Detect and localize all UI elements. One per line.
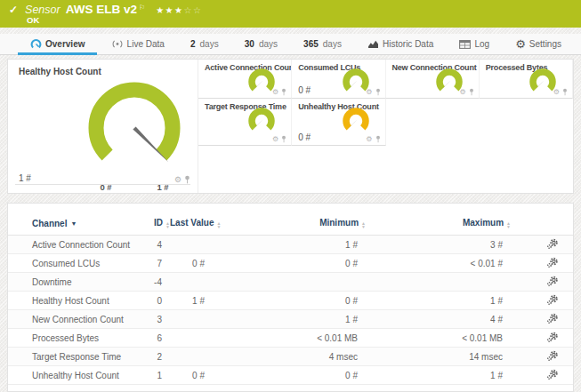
gear-icon[interactable]: ⚙ [174, 176, 182, 184]
tab-2-days[interactable]: 2 days [190, 34, 219, 54]
gear-icon[interactable]: ⚙ [272, 136, 278, 143]
id-cell: 6 [141, 329, 170, 348]
channel-settings-icon[interactable] [547, 294, 559, 307]
maximum-cell: 3 # [366, 236, 511, 254]
id-cell: 7 [141, 254, 170, 273]
gear-icon[interactable]: ⚙ [460, 89, 466, 96]
gear-icon[interactable]: ⚙ [553, 89, 560, 96]
channel-settings-icon[interactable] [547, 313, 559, 325]
channel-settings-icon[interactable] [547, 276, 559, 288]
gauge-arc [252, 111, 271, 128]
id-cell: 3 [141, 310, 170, 329]
channel-table-panel: Channel▼ ID▲▼ Last Value▲▼ Minimum▲▼ Max… [7, 203, 574, 392]
flag-icon[interactable]: ⚐ [139, 4, 145, 12]
channel-settings-icon[interactable] [547, 350, 559, 363]
id-cell: 4 [141, 236, 170, 254]
id-cell: 2 [141, 348, 170, 366]
gauge-dial[interactable] [81, 75, 188, 181]
tab-live-data[interactable]: Live Data [111, 34, 165, 54]
id-cell: 1 [141, 366, 170, 385]
gauge-card-consumed-lcus: Consumed LCUs 0 # ⚙ [292, 60, 385, 99]
card-actions: ⚙ [366, 135, 380, 143]
card-actions: ⚙ [174, 175, 190, 184]
channel-name-cell: New Connection Count [8, 310, 141, 329]
status-check-icon: ✓ [9, 4, 18, 16]
stars-filled-icon: ★★★ [156, 5, 183, 15]
maximum-cell: 1 # [366, 366, 511, 385]
gear-icon: ⚙ [515, 38, 526, 50]
pin-icon[interactable] [184, 175, 190, 184]
col-header-channel[interactable]: Channel▼ [8, 204, 141, 236]
col-header-id[interactable]: ID▲▼ [141, 204, 170, 236]
col-header-actions [511, 204, 573, 236]
card-actions: ⚙ [272, 135, 286, 143]
gauge-card-healthy-host-count: Healthy Host Count 0 # 1 # 1 # ⚙ [8, 60, 198, 193]
col-header-label: Maximum [463, 218, 504, 228]
channel-name-cell: Target Response Time [8, 348, 141, 366]
table-row: Consumed LCUs 7 0 # 0 # < 0.01 # [8, 254, 573, 273]
pin-icon[interactable] [375, 135, 381, 143]
channel-settings-icon[interactable] [547, 238, 559, 251]
gauge-arc [440, 72, 459, 89]
gauge-dial[interactable] [341, 106, 371, 136]
col-header-last-value[interactable]: Last Value▲▼ [170, 204, 213, 236]
gauges-panel: Healthy Host Count 0 # 1 # 1 # ⚙ Active … [7, 59, 574, 194]
tab-settings[interactable]: ⚙ Settings [515, 34, 561, 54]
minimum-cell: < 0.01 MB [213, 329, 366, 348]
id-cell: 0 [141, 292, 170, 310]
col-header-maximum[interactable]: Maximum▲▼ [366, 204, 511, 236]
gear-icon[interactable]: ⚙ [366, 136, 372, 143]
channel-settings-icon[interactable] [547, 369, 559, 381]
tab-label: Historic Data [383, 39, 433, 49]
priority-stars[interactable]: ★★★☆☆ [156, 5, 202, 15]
gear-icon[interactable]: ⚙ [272, 89, 278, 96]
tab-number: 30 [245, 39, 254, 49]
gauge-icon [30, 38, 42, 50]
sort-icon: ▲▼ [506, 221, 511, 228]
gear-icon[interactable]: ⚙ [366, 89, 372, 96]
sort-icon: ▲▼ [216, 221, 221, 228]
sensor-name: AWS ELB v2 [66, 3, 137, 16]
tab-overview[interactable]: Overview [30, 34, 85, 54]
gauge-current-value: 1 # [19, 173, 31, 183]
channel-settings-icon[interactable] [547, 332, 559, 344]
card-divider [15, 184, 190, 185]
minimum-cell: 0 # [213, 254, 366, 273]
prtg-sensor-page: ✓ Sensor AWS ELB v2 ⚐ ★★★☆☆ OK Overview … [0, 0, 581, 392]
card-actions: ⚙ [460, 88, 474, 96]
tab-log[interactable]: Log [459, 34, 489, 54]
gauge-dial[interactable] [246, 106, 277, 136]
col-header-label: Last Value [170, 218, 214, 228]
gauge-current-value: 0 # [298, 85, 311, 95]
table-row: Processed Bytes 6 < 0.01 MB < 0.01 MB [8, 329, 573, 348]
minimum-cell: 1 # [213, 236, 366, 254]
pin-icon[interactable] [562, 88, 568, 96]
gauge-card-unhealthy-host-count: Unhealthy Host Count 0 # ⚙ [292, 99, 385, 146]
table-row: Unhealthy Host Count 1 0 # 0 # 1 # [8, 366, 573, 385]
col-header-minimum[interactable]: Minimum▲▼ [213, 204, 366, 236]
minimum-cell: 4 msec [213, 348, 366, 366]
pin-icon[interactable] [281, 135, 286, 143]
col-header-label: Minimum [319, 218, 359, 228]
last-value-cell [170, 329, 213, 348]
status-badge: OK [27, 15, 39, 25]
maximum-cell: < 0.01 MB [366, 329, 511, 348]
tab-365-days[interactable]: 365 days [303, 34, 342, 54]
gauge-arc [252, 72, 271, 89]
tab-number: 365 [303, 39, 319, 49]
table-row: Healthy Host Count 0 1 # 0 # 1 # [8, 292, 573, 310]
channel-settings-icon[interactable] [547, 257, 559, 269]
tab-30-days[interactable]: 30 days [245, 34, 278, 54]
pin-icon[interactable] [375, 88, 381, 96]
tab-label: Log [474, 39, 489, 49]
tab-historic-data[interactable]: Historic Data [367, 34, 433, 54]
stars-empty-icon: ☆☆ [184, 5, 203, 15]
tab-label: Settings [529, 39, 561, 49]
last-value-cell: 1 # [170, 292, 213, 310]
id-cell: -4 [141, 273, 170, 292]
pin-icon[interactable] [469, 88, 474, 96]
pin-icon[interactable] [281, 88, 286, 96]
channel-name-cell: Processed Bytes [8, 329, 141, 348]
channel-table: Channel▼ ID▲▼ Last Value▲▼ Minimum▲▼ Max… [8, 204, 573, 385]
channel-name-cell: Downtime [8, 273, 141, 292]
